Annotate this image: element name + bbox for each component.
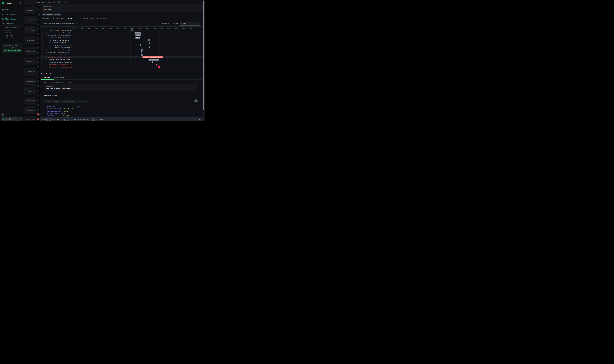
location-pin-icon[interactable] xyxy=(37,61,39,64)
tab-overview[interactable]: Overview xyxy=(44,76,50,78)
sidebar-item-dashboards[interactable]: Dashboards ∧ xyxy=(0,22,25,25)
location-pin-icon[interactable] xyxy=(37,94,39,97)
span-duration-bar[interactable]: oteldemo.PaymentService/Char xyxy=(143,56,163,58)
service-name-chip[interactable]: ServiceName: frontend xyxy=(42,13,61,16)
trace-span-row[interactable]: currency | Convert convers…( xyxy=(40,54,205,56)
location-pin-icon[interactable] xyxy=(37,23,39,26)
session-list-item[interactable]: Kieran92@h xyxy=(25,67,37,76)
span-duration-bar[interactable]: ( xyxy=(141,49,143,51)
location-pin-icon[interactable] xyxy=(37,32,39,35)
trace-span-row[interactable]: ∨(1)checkout | oteldemo.ShippingSe…oteld… xyxy=(40,32,205,34)
attribute-row[interactable]: net.sock.peer.addr"172.28.0.10" xyxy=(47,108,62,109)
tab-surrounding-context[interactable]: Surrounding Context xyxy=(79,17,94,20)
span-duration-bar[interactable] xyxy=(141,52,142,53)
location-pin-icon[interactable] xyxy=(37,99,39,102)
tab-overview[interactable]: Overview xyxy=(42,17,49,20)
span-duration-bar[interactable]: ( xyxy=(149,46,150,48)
create-dashboard-button[interactable]: + Create Dashboard xyxy=(3,27,18,28)
location-pin-icon[interactable] xyxy=(37,104,39,106)
trace-span-row[interactable]: quote | Calculated q…( xyxy=(40,44,205,46)
chevron-down-icon[interactable]: ∨ xyxy=(46,52,47,53)
chevron-up-icon[interactable]: ∧ xyxy=(22,23,22,24)
trace-span-row[interactable]: ∨(1)shipping | POST http://quo…POST h xyxy=(40,37,205,39)
chevron-down-icon[interactable]: ∨ xyxy=(46,35,47,36)
trace-span-row[interactable]: quote | calculate-quote( xyxy=(40,46,205,49)
trace-span-row[interactable]: ∨(1)checkout | oteldemo.PaymentServi…ote… xyxy=(40,56,205,58)
drawer-scrollbar-thumb[interactable] xyxy=(203,0,204,110)
edit-pencil-icon[interactable] xyxy=(76,23,78,24)
location-pin-icon[interactable] xyxy=(37,85,39,87)
chevron-down-icon[interactable]: ∨ xyxy=(43,57,44,58)
trace-span-row[interactable]: ∨(1)shipping | oteldemo.Shipping…otelde xyxy=(40,34,205,36)
tab-column-values[interactable]: Column Values xyxy=(53,17,64,20)
chevron-down-icon[interactable]: ∨ xyxy=(45,32,45,33)
sidebar-item-search[interactable]: Search xyxy=(0,8,25,11)
span-duration-bar[interactable]: otelde xyxy=(135,34,141,36)
session-list-item[interactable]: Pearl43@ho xyxy=(25,97,37,105)
help-button[interactable]: ? xyxy=(1,113,4,117)
span-duration-bar[interactable]: V xyxy=(156,64,157,65)
trace-span-row[interactable]: payment | Visa cache full: c…V xyxy=(40,63,205,66)
session-list-item[interactable]: Anonymous xyxy=(25,6,37,14)
attributes-settings-button[interactable] xyxy=(195,100,197,102)
session-search-input-clipped[interactable]: Sea xyxy=(37,8,40,12)
trace-span-row[interactable]: payment | Charge request rec…( xyxy=(40,61,205,63)
span-duration-bar[interactable]: ( xyxy=(140,44,141,46)
location-pin-icon[interactable] xyxy=(37,66,39,68)
sidebar-collapse-icon[interactable] xyxy=(20,2,22,4)
location-pin-icon[interactable] xyxy=(37,52,39,54)
attributes-search-input[interactable]: Search properties by key or value xyxy=(44,100,87,103)
terminal-icon[interactable] xyxy=(37,118,39,120)
session-list-item[interactable]: Deion37@gm xyxy=(25,26,37,34)
chevron-down-icon[interactable]: ∨ xyxy=(45,49,45,51)
sidebar-preset-clickhouse[interactable]: Clickhouse xyxy=(6,32,14,34)
attribute-row[interactable]: rpc.grpc.status_code"2" xyxy=(47,113,63,114)
span-duration-bar[interactable]: E xyxy=(158,66,160,68)
waterfall-scrollbar[interactable] xyxy=(200,29,200,43)
session-list-item[interactable]: Jonathan.B xyxy=(25,106,37,114)
swap-arrows-icon[interactable] xyxy=(37,113,39,116)
chevron-down-icon[interactable]: ∨ xyxy=(50,42,51,43)
trace-span-row[interactable]: ∨(1)quote | POST /getquote( xyxy=(40,39,205,41)
session-list-item[interactable]: Ernesto33@ xyxy=(25,87,37,95)
local-mode-menu[interactable]: U Local mode › xyxy=(1,117,23,121)
sidebar-preset-kubernetes[interactable]: Kubernetes xyxy=(6,37,14,39)
session-button-clipped[interactable]: H xyxy=(38,13,40,16)
session-list-item[interactable]: Walton9@ho xyxy=(25,36,37,44)
attributes-root-node[interactable]: ▼ SpanAttributes {} 6 keys xyxy=(45,105,80,107)
chevron-down-icon[interactable]: ∨ xyxy=(48,37,48,38)
span-duration-bar[interactable]: POST h xyxy=(135,37,140,39)
sidebar-preset-services[interactable]: Services xyxy=(6,35,13,36)
location-pin-icon[interactable] xyxy=(37,28,39,30)
location-pin-icon[interactable] xyxy=(37,42,39,45)
location-pin-icon[interactable] xyxy=(37,47,39,49)
session-list-item[interactable]: Dolly.Lubo xyxy=(25,116,37,121)
session-list-item[interactable]: Anonymous xyxy=(25,16,37,24)
tab-trace[interactable]: Trace xyxy=(68,17,72,20)
span-duration-bar[interactable]: ( xyxy=(148,39,150,41)
attribute-row[interactable]: rpc.method"Charge" xyxy=(47,115,55,117)
close-icon[interactable] xyxy=(198,118,200,120)
trace-span-row[interactable]: payment | Error: Visa cache ful…E xyxy=(40,66,205,68)
span-duration-bar[interactable]: ( xyxy=(141,54,143,56)
location-pin-icon[interactable] xyxy=(37,80,39,83)
session-list-item[interactable]: Roderick_S xyxy=(25,47,37,55)
log-source-select[interactable]: Logs ⌃⌄ xyxy=(180,22,200,26)
session-list-item[interactable]: Shaniya.Sc xyxy=(25,57,37,65)
trace-span-row[interactable]: ∨(1)checkout | oteldemo.CurrencySe…( xyxy=(40,49,205,51)
chevron-down-icon[interactable]: ∨ xyxy=(49,39,49,41)
location-pin-icon[interactable] xyxy=(37,109,39,111)
chevron-down-icon[interactable]: ∨ xyxy=(45,59,45,60)
tab-session-replay[interactable]: Session Replay xyxy=(96,17,107,20)
collapse-section-icon[interactable] xyxy=(197,94,199,96)
location-pin-icon[interactable] xyxy=(37,75,39,78)
location-pin-icon[interactable] xyxy=(37,56,39,59)
get-started-button[interactable]: Get Started for Free xyxy=(3,49,21,52)
location-pin-icon[interactable] xyxy=(37,18,39,21)
trace-span-row[interactable]: ∨(2)quote | {closure} xyxy=(40,41,205,44)
trace-span-row[interactable]: currency | Convert convers…( xyxy=(40,29,205,32)
location-pin-icon[interactable] xyxy=(37,37,39,40)
span-duration-bar[interactable]: grpc.oteldemo. xyxy=(148,59,159,61)
sidebar-item-client-sessions[interactable]: Client Sessions xyxy=(0,17,25,21)
tab-column-values[interactable]: Column Values xyxy=(54,76,65,78)
